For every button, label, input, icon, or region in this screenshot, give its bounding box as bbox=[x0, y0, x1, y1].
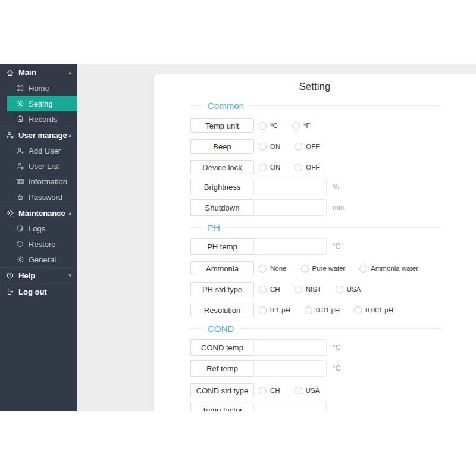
radio-resolution-0-001-ph[interactable]: 0.001 pH bbox=[354, 306, 393, 314]
radio-cond-std-type-usa[interactable]: USA bbox=[295, 387, 320, 394]
radio-option-label: °F bbox=[303, 122, 311, 129]
sidebar-item-user-list[interactable]: User List bbox=[0, 158, 77, 174]
ref-temp-input[interactable] bbox=[253, 360, 327, 377]
radio-option-label: Ammonia water bbox=[371, 265, 418, 272]
sidebar-group-label: User manage bbox=[18, 131, 67, 140]
radio-ph-std-type-ch[interactable]: CH bbox=[259, 286, 280, 293]
radio-option-label: ON bbox=[270, 143, 280, 150]
radio-circle-icon bbox=[295, 164, 302, 171]
radio-option-label: OFF bbox=[306, 164, 320, 171]
field-label: Ref temp bbox=[190, 360, 254, 377]
sidebar-item-add-user[interactable]: Add User bbox=[0, 143, 77, 158]
user-list-icon bbox=[16, 162, 24, 170]
ph-temp-input[interactable] bbox=[253, 238, 327, 255]
section-line bbox=[249, 105, 441, 106]
app-frame: Main▴HomeSettingRecordsUser manage▴Add U… bbox=[0, 64, 476, 411]
radio-circle-icon bbox=[259, 286, 267, 293]
radio-circle-icon bbox=[295, 387, 302, 394]
gear-icon bbox=[16, 99, 24, 108]
radio-option-label: CH bbox=[270, 387, 280, 394]
radio-ammonia-pure-water[interactable]: Pure water bbox=[301, 265, 346, 273]
sidebar-item-logs[interactable]: Logs bbox=[0, 221, 77, 236]
radio-ammonia-none[interactable]: None bbox=[259, 265, 287, 273]
section-header-common: Common bbox=[190, 99, 441, 112]
radio-circle-icon bbox=[359, 265, 367, 273]
cond-temp-input[interactable] bbox=[253, 339, 327, 356]
sidebar-item-label: Setting bbox=[29, 99, 52, 108]
sidebar-group-label: Help bbox=[18, 271, 35, 280]
radio-option-label: Pure water bbox=[312, 265, 346, 272]
chevron-up-icon: ▴ bbox=[68, 132, 71, 138]
chevron-up-icon: ▴ bbox=[68, 210, 71, 216]
sidebar-item-label: Add User bbox=[29, 146, 61, 155]
radio-device-lock-off[interactable]: OFF bbox=[295, 164, 320, 171]
radio-temp-unit-f[interactable]: °F bbox=[292, 122, 311, 130]
row-beep: BeepONOFF bbox=[190, 139, 441, 154]
field-label: Shutdown bbox=[190, 199, 254, 216]
row-resolution: Resolution0.1 pH0.01 pH0.001 pH bbox=[190, 303, 441, 317]
cond-std-type-radio-group: CHUSA bbox=[259, 383, 334, 397]
radio-circle-icon bbox=[336, 286, 343, 293]
sidebar-item-restore[interactable]: Restore bbox=[0, 236, 77, 252]
sidebar-group-user-manage[interactable]: User manage▴ bbox=[0, 127, 77, 143]
radio-circle-icon bbox=[301, 265, 309, 273]
radio-circle-icon bbox=[259, 164, 267, 171]
section-dash bbox=[190, 105, 202, 106]
sidebar-group-label: Main bbox=[18, 68, 36, 77]
sidebar-item-records[interactable]: Records bbox=[0, 111, 77, 127]
radio-ph-std-type-usa[interactable]: USA bbox=[336, 286, 361, 293]
shutdown-input[interactable] bbox=[253, 199, 327, 216]
row-cond-temp: COND temp°C bbox=[190, 339, 441, 356]
id-card-icon bbox=[16, 177, 24, 186]
sidebar-item-password[interactable]: Password bbox=[0, 189, 77, 205]
sidebar-item-home[interactable]: Home bbox=[0, 80, 77, 96]
radio-option-label: °C bbox=[270, 122, 278, 129]
row-brightness: Brightness% bbox=[190, 178, 441, 195]
field-label: Temp factor bbox=[190, 402, 254, 411]
radio-option-label: OFF bbox=[306, 143, 320, 150]
records-icon bbox=[16, 115, 24, 123]
row-temp-unit: Temp unit°C°F bbox=[190, 118, 441, 133]
sidebar-item-information[interactable]: Information bbox=[0, 174, 77, 189]
add-user-icon bbox=[16, 146, 24, 155]
field-label: Device lock bbox=[190, 160, 254, 174]
sidebar-item-label: Home bbox=[29, 84, 49, 93]
temp-factor-input[interactable] bbox=[253, 402, 327, 411]
radio-option-label: USA bbox=[347, 286, 361, 293]
radio-beep-off[interactable]: OFF bbox=[295, 143, 320, 151]
radio-beep-on[interactable]: ON bbox=[259, 143, 280, 151]
sidebar-item-setting[interactable]: Setting bbox=[7, 96, 77, 111]
sidebar-group-log-out[interactable]: Log out bbox=[0, 283, 77, 299]
settings-card: Setting CommonTemp unit°C°FBeepONOFFDevi… bbox=[154, 74, 476, 411]
chevron-up-icon: ▴ bbox=[68, 70, 71, 76]
row-temp-factor: Temp factor bbox=[190, 402, 441, 411]
radio-circle-icon bbox=[259, 122, 267, 130]
sidebar-group-maintenance[interactable]: Maintenance▴ bbox=[0, 205, 77, 221]
radio-temp-unit-c[interactable]: °C bbox=[259, 122, 278, 130]
field-label: Ammonia bbox=[190, 261, 254, 275]
radio-resolution-0-1-ph[interactable]: 0.1 pH bbox=[259, 306, 290, 314]
row-ammonia: AmmoniaNonePure waterAmmonia water bbox=[190, 261, 441, 275]
radio-device-lock-on[interactable]: ON bbox=[259, 164, 280, 171]
radio-ammonia-ammonia-water[interactable]: Ammonia water bbox=[359, 265, 418, 273]
lock-icon bbox=[16, 193, 24, 201]
field-label: COND std type bbox=[190, 383, 254, 397]
radio-circle-icon bbox=[354, 306, 362, 314]
restore-icon bbox=[16, 240, 24, 248]
sidebar-item-label: Records bbox=[29, 115, 57, 124]
temp-unit-radio-group: °C°F bbox=[259, 118, 325, 133]
sidebar-group-help[interactable]: Help▾ bbox=[0, 267, 77, 283]
radio-option-label: 0.001 pH bbox=[365, 306, 393, 314]
section-line bbox=[226, 227, 441, 228]
radio-option-label: USA bbox=[306, 387, 320, 394]
row-ref-temp: Ref temp°C bbox=[190, 360, 441, 377]
row-ph-temp: PH temp°C bbox=[190, 238, 441, 255]
sidebar-group-main[interactable]: Main▴ bbox=[0, 64, 77, 80]
radio-resolution-0-01-ph[interactable]: 0.01 pH bbox=[305, 306, 340, 314]
brightness-input[interactable] bbox=[253, 178, 327, 195]
sidebar-item-general[interactable]: General bbox=[0, 252, 77, 267]
radio-option-label: 0.1 pH bbox=[270, 306, 290, 314]
radio-ph-std-type-nist[interactable]: NIST bbox=[295, 286, 321, 293]
radio-cond-std-type-ch[interactable]: CH bbox=[259, 387, 280, 394]
row-cond-std-type: COND std typeCHUSA bbox=[190, 383, 441, 397]
